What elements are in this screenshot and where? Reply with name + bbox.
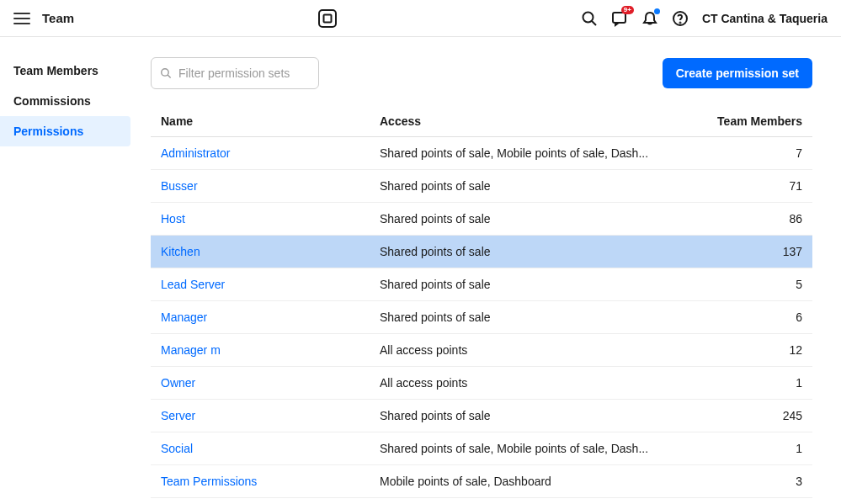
members-cell: 1 <box>695 432 812 465</box>
table-row[interactable]: AdministratorShared points of sale, Mobi… <box>151 137 812 170</box>
access-cell: Shared points of sale <box>370 236 695 268</box>
members-cell: 6 <box>695 301 812 334</box>
members-cell: 245 <box>695 400 812 432</box>
table-row[interactable]: SocialShared points of sale, Mobile poin… <box>151 432 812 465</box>
sidebar-item-team-members[interactable]: Team Members <box>0 56 130 86</box>
permission-link[interactable]: Owner <box>161 376 195 390</box>
notification-dot <box>654 8 660 14</box>
members-cell: 3 <box>695 465 812 498</box>
access-cell: Mobile points of sale, Dashboard <box>370 465 695 498</box>
members-cell: 12 <box>695 334 812 367</box>
col-access[interactable]: Access <box>370 106 695 137</box>
permission-link[interactable]: Manager <box>161 310 207 324</box>
permission-link[interactable]: Lead Server <box>161 278 225 291</box>
col-members[interactable]: Team Members <box>695 106 812 137</box>
permission-link[interactable]: Social <box>161 442 193 455</box>
create-permission-set-button[interactable]: Create permission set <box>663 58 812 88</box>
access-cell: Shared points of sale, Mobile points of … <box>370 137 695 170</box>
permission-link[interactable]: Team Permissions <box>161 475 257 488</box>
table-row[interactable]: Lead ServerShared points of sale5 <box>151 268 812 301</box>
permissions-table: Name Access Team Members AdministratorSh… <box>151 106 812 498</box>
search-icon <box>160 66 172 80</box>
table-row[interactable]: KitchenShared points of sale137 <box>151 236 812 268</box>
svg-point-0 <box>583 12 593 22</box>
permission-link[interactable]: Host <box>161 212 185 225</box>
svg-line-6 <box>168 75 171 78</box>
messages-badge: 9+ <box>621 6 634 14</box>
svg-point-5 <box>162 69 168 76</box>
members-cell: 5 <box>695 268 812 301</box>
col-name[interactable]: Name <box>151 106 370 137</box>
access-cell: Shared points of sale <box>370 268 695 301</box>
access-cell: All access points <box>370 367 695 400</box>
table-row[interactable]: HostShared points of sale86 <box>151 203 812 236</box>
access-cell: Shared points of sale <box>370 170 695 203</box>
permission-link[interactable]: Manager m <box>161 343 221 357</box>
menu-icon[interactable] <box>13 10 30 27</box>
search-input-wrap[interactable] <box>151 57 319 89</box>
messages-icon[interactable]: 9+ <box>611 10 628 27</box>
table-row[interactable]: ManagerShared points of sale6 <box>151 301 812 334</box>
app-header: Team 9+ CT Cantina & Taqueria <box>0 0 841 37</box>
permission-link[interactable]: Administrator <box>161 146 230 160</box>
access-cell: Shared points of sale <box>370 400 695 432</box>
members-cell: 71 <box>695 170 812 203</box>
permission-link[interactable]: Server <box>161 409 195 422</box>
square-logo-icon[interactable] <box>318 9 337 28</box>
sidebar: Team MembersCommissionsPermissions <box>0 37 130 498</box>
table-row[interactable]: Team PermissionsMobile points of sale, D… <box>151 465 812 498</box>
members-cell: 7 <box>695 137 812 170</box>
access-cell: All access points <box>370 334 695 367</box>
access-cell: Shared points of sale, Mobile points of … <box>370 432 695 465</box>
help-icon[interactable] <box>672 10 689 27</box>
account-name[interactable]: CT Cantina & Taqueria <box>702 12 828 25</box>
filter-input[interactable] <box>178 66 310 80</box>
access-cell: Shared points of sale <box>370 203 695 236</box>
table-row[interactable]: BusserShared points of sale71 <box>151 170 812 203</box>
permission-link[interactable]: Busser <box>161 179 198 193</box>
members-cell: 1 <box>695 367 812 400</box>
sidebar-item-permissions[interactable]: Permissions <box>0 116 130 146</box>
search-icon[interactable] <box>581 10 598 27</box>
table-row[interactable]: Manager mAll access points12 <box>151 334 812 367</box>
access-cell: Shared points of sale <box>370 301 695 334</box>
members-cell: 137 <box>695 236 812 268</box>
bell-icon[interactable] <box>641 10 658 27</box>
members-cell: 86 <box>695 203 812 236</box>
permission-link[interactable]: Kitchen <box>161 245 200 258</box>
page-title: Team <box>42 11 74 25</box>
table-row[interactable]: OwnerAll access points1 <box>151 367 812 400</box>
svg-point-4 <box>679 22 680 23</box>
sidebar-item-commissions[interactable]: Commissions <box>0 86 130 116</box>
table-row[interactable]: ServerShared points of sale245 <box>151 400 812 432</box>
svg-line-1 <box>592 21 596 25</box>
